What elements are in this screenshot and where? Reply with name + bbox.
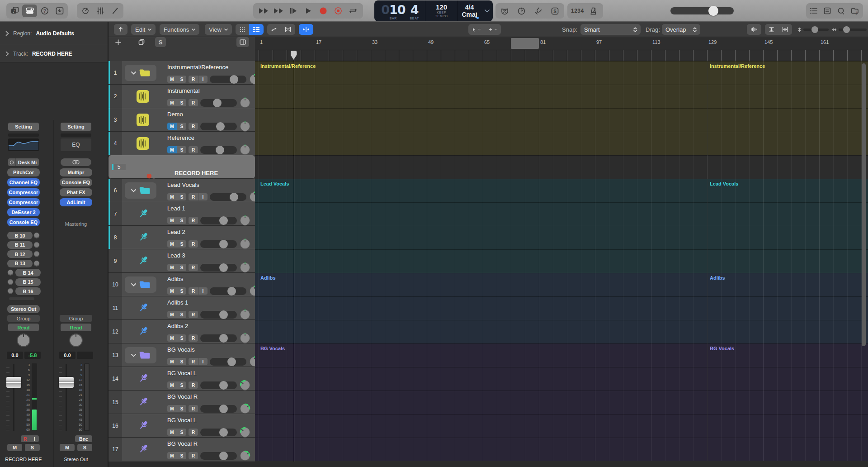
volume-slider[interactable]	[200, 334, 237, 342]
add-track-button[interactable]	[112, 37, 124, 47]
volume-value[interactable]: 0.0	[7, 352, 23, 359]
solo-button[interactable]: S	[177, 358, 186, 365]
catch-playhead-button[interactable]	[299, 24, 313, 35]
play-button[interactable]	[301, 5, 316, 17]
pan-knob[interactable]	[239, 262, 251, 273]
regions-canvas[interactable]: Instrumental/ReferenceInstrumental/Refer…	[255, 61, 868, 461]
cycle-region[interactable]	[511, 38, 539, 49]
media-library-icon[interactable]: ♪	[7, 5, 22, 17]
volume-thumb[interactable]	[227, 287, 236, 295]
volume-slider[interactable]	[210, 287, 246, 295]
input-monitor-button[interactable]: I	[198, 76, 208, 83]
volume-thumb[interactable]	[219, 405, 228, 413]
vertical-auto-zoom-button[interactable]	[765, 24, 778, 35]
bar-ruler[interactable]: 1173349658197113129145161	[255, 37, 868, 61]
plugin-slot[interactable]: Compressor	[7, 188, 40, 196]
track-row[interactable]: 13BG VocalsMSRI	[108, 343, 255, 367]
track-name[interactable]: RECORD HERE	[175, 170, 218, 176]
send-knob[interactable]	[33, 242, 40, 248]
track-name[interactable]: Instrumental	[167, 87, 200, 94]
solo-button[interactable]: S	[25, 444, 40, 451]
track-header-config-button[interactable]	[236, 37, 249, 47]
automation-mode-button[interactable]: Read	[8, 324, 39, 331]
record-enable-button[interactable]: R	[189, 240, 198, 248]
flex-button[interactable]	[281, 24, 295, 35]
record-enable-button[interactable]: R	[189, 334, 198, 342]
plugin-slot[interactable]: Multipr	[60, 168, 92, 176]
volume-slider[interactable]	[200, 311, 237, 319]
track-row[interactable]: 1Instrumental/ReferenceMSRI	[108, 61, 255, 85]
plugin-slot[interactable]: Console EQ	[60, 178, 92, 186]
input-monitor-button[interactable]: I	[198, 193, 208, 200]
media-browser-icon[interactable]: ♪	[848, 5, 862, 17]
track-name[interactable]: Reference	[167, 134, 194, 141]
volume-thumb[interactable]	[227, 357, 236, 366]
solo-button[interactable]: S	[177, 123, 186, 130]
pan-knob[interactable]	[239, 379, 251, 391]
volume-slider[interactable]	[200, 99, 237, 107]
mute-button[interactable]: M	[167, 217, 177, 224]
edit-menu[interactable]: Edit	[131, 24, 156, 35]
track-row[interactable]: 4ReferenceMSR	[108, 132, 255, 155]
send-slot[interactable]: B 12	[7, 250, 33, 258]
bounce-button[interactable]: Bnc	[75, 435, 92, 442]
input-monitor-button[interactable]: I	[198, 358, 208, 365]
track-row[interactable]: 8Lead 2MSR	[108, 226, 255, 249]
track-row[interactable]: 9Lead 3MSR	[108, 249, 255, 273]
input-monitor-button[interactable]: I	[30, 435, 39, 442]
send-knob[interactable]	[33, 232, 40, 238]
fader-thumb[interactable]	[59, 377, 74, 388]
input-device-button[interactable]: Desk Mi	[16, 158, 39, 166]
track-row[interactable]: 7Lead 1MSR	[108, 202, 255, 226]
track-name[interactable]: Lead 3	[167, 252, 185, 259]
record-enable-button[interactable]: R	[189, 381, 198, 389]
volume-slider[interactable]	[200, 240, 237, 248]
send-knob[interactable]	[7, 288, 14, 294]
mute-button[interactable]: M	[167, 311, 177, 318]
view-menu[interactable]: View	[205, 24, 232, 35]
track-row[interactable]: 11Adlibs 1MSR	[108, 296, 255, 320]
mute-button[interactable]: M	[167, 146, 177, 153]
master-volume-thumb[interactable]	[708, 6, 718, 16]
lcd-position[interactable]: 010 BAR 4 BEAT	[374, 0, 425, 21]
plugin-slot[interactable]: Console EQ	[7, 218, 40, 226]
solo-button[interactable]: S	[77, 444, 92, 451]
pan-knob[interactable]	[239, 403, 251, 415]
mute-button[interactable]: M	[167, 99, 177, 106]
send-slot[interactable]: B 14	[15, 269, 41, 276]
volume-thumb[interactable]	[219, 428, 228, 437]
record-enable-button[interactable]: R	[189, 99, 198, 106]
waveform-zoom-button[interactable]	[747, 24, 761, 35]
record-enable-button[interactable]: R	[189, 429, 198, 436]
forward-button[interactable]	[271, 5, 286, 17]
pan-knob[interactable]	[239, 120, 251, 132]
plugin-slot[interactable]: Compressor	[7, 198, 40, 206]
solo-button[interactable]: S	[177, 217, 186, 224]
send-knob[interactable]	[7, 269, 14, 276]
volume-thumb[interactable]	[230, 193, 238, 201]
eq-thumbnail[interactable]: EQ	[61, 138, 91, 151]
metronome-icon[interactable]	[588, 5, 599, 17]
pan-knob[interactable]	[239, 144, 251, 156]
track-name[interactable]: BG Vocal L	[167, 370, 197, 376]
folder-disclosure-button[interactable]	[125, 65, 156, 81]
track-row[interactable]: 16BG Vocal LMSR	[108, 414, 255, 438]
vertical-scrollbar[interactable]	[862, 63, 866, 346]
track-name[interactable]: Lead 2	[167, 229, 185, 235]
record-enable-button[interactable]: R	[189, 287, 198, 295]
solo-button[interactable]: S	[177, 193, 186, 200]
track-name[interactable]: BG Vocal R	[167, 393, 198, 400]
solo-button[interactable]: S	[177, 381, 186, 389]
record-enable-button[interactable]: R	[189, 193, 198, 200]
track-name[interactable]: BG Vocals	[167, 346, 195, 353]
snap-select[interactable]: Smart	[580, 24, 641, 35]
record-enable-button[interactable]: R	[189, 452, 198, 459]
track-name[interactable]: Adlibs 1	[167, 299, 188, 306]
vertical-zoom-slider[interactable]	[797, 24, 829, 35]
plugin-slot[interactable]: PitchCor	[7, 168, 40, 176]
cpu-gauge-icon[interactable]	[513, 5, 530, 17]
solo-button[interactable]: S	[177, 99, 186, 106]
global-solo-button[interactable]: S	[155, 37, 166, 47]
send-knob[interactable]	[7, 279, 14, 285]
volume-slider[interactable]	[200, 429, 237, 436]
